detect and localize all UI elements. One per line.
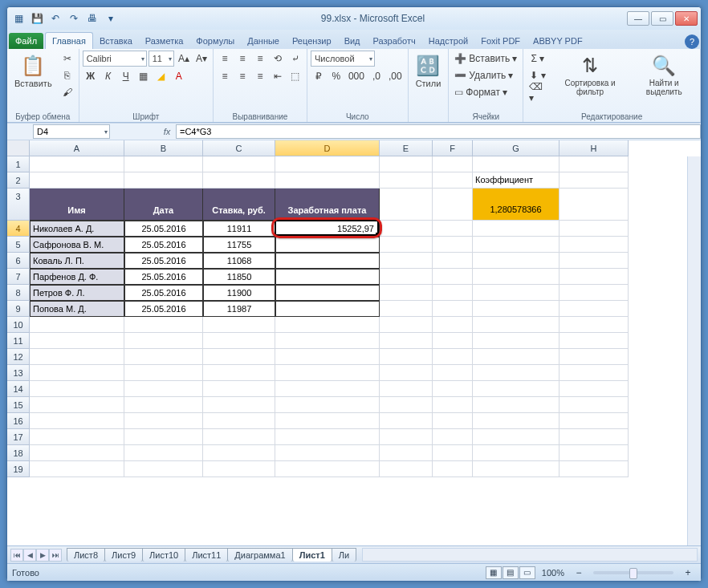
empty-cell[interactable] <box>203 317 275 333</box>
align-top-icon[interactable]: ≡ <box>217 51 233 67</box>
empty-cell[interactable] <box>559 285 629 301</box>
redo-icon[interactable]: ↷ <box>66 10 82 26</box>
empty-cell[interactable] <box>380 221 433 237</box>
empty-cell[interactable] <box>473 253 559 269</box>
empty-cell[interactable] <box>473 221 559 237</box>
tab-ABBYY PDF[interactable]: ABBYY PDF <box>527 33 589 49</box>
empty-cell[interactable] <box>473 365 559 381</box>
empty-cell[interactable] <box>559 189 629 221</box>
salary-cell[interactable] <box>275 253 380 269</box>
empty-cell[interactable] <box>380 253 433 269</box>
rate-cell[interactable]: 11911 <box>203 221 275 237</box>
comma-icon[interactable]: 000 <box>346 68 367 84</box>
empty-cell[interactable] <box>380 397 433 413</box>
name-box[interactable]: D4 <box>33 124 110 139</box>
help-icon[interactable]: ? <box>685 34 699 49</box>
empty-cell[interactable] <box>124 413 203 429</box>
empty-cell[interactable] <box>380 365 433 381</box>
italic-button[interactable]: К <box>100 68 116 84</box>
empty-cell[interactable] <box>30 445 124 461</box>
empty-cell[interactable] <box>380 349 433 365</box>
tab-Главная[interactable]: Главная <box>45 32 93 49</box>
name-cell[interactable]: Попова М. Д. <box>30 301 124 317</box>
empty-cell[interactable] <box>559 333 629 349</box>
number-format-combo[interactable]: Числовой <box>311 51 375 67</box>
wrap-text-icon[interactable]: ⤶ <box>287 51 303 67</box>
row-header-9[interactable]: 9 <box>7 301 30 317</box>
empty-cell[interactable] <box>380 189 433 221</box>
empty-cell[interactable] <box>203 156 275 172</box>
empty-cell[interactable] <box>473 237 559 253</box>
empty-cell[interactable] <box>433 413 473 429</box>
row-header-16[interactable]: 16 <box>7 413 30 429</box>
empty-cell[interactable] <box>124 381 203 397</box>
row-header-11[interactable]: 11 <box>7 333 30 349</box>
formula-input[interactable]: =C4*G3 <box>176 124 701 139</box>
dec-decimal-icon[interactable]: ,00 <box>386 68 405 84</box>
empty-cell[interactable] <box>380 445 433 461</box>
tab-Данные[interactable]: Данные <box>241 33 286 49</box>
row-header-3[interactable]: 3 <box>7 189 30 221</box>
find-select-button[interactable]: 🔍 Найти и выделить <box>632 51 698 99</box>
empty-cell[interactable] <box>559 221 629 237</box>
tab-Вид[interactable]: Вид <box>338 33 367 49</box>
delete-cells-button[interactable]: ➖ Удалить ▾ <box>452 67 519 83</box>
empty-cell[interactable] <box>380 429 433 445</box>
tab-Разработч[interactable]: Разработч <box>367 33 422 49</box>
empty-cell[interactable] <box>203 349 275 365</box>
empty-cell[interactable] <box>433 285 473 301</box>
shrink-font-icon[interactable]: A▾ <box>193 51 210 67</box>
rate-cell[interactable]: 11987 <box>203 301 275 317</box>
empty-cell[interactable] <box>380 237 433 253</box>
col-header-A[interactable]: A <box>30 140 124 156</box>
underline-button[interactable]: Ч <box>118 68 134 84</box>
empty-cell[interactable] <box>559 413 629 429</box>
row-header-2[interactable]: 2 <box>7 172 30 189</box>
empty-cell[interactable] <box>124 365 203 381</box>
empty-cell[interactable] <box>433 461 473 477</box>
row-header-15[interactable]: 15 <box>7 397 30 413</box>
col-header-D[interactable]: D <box>275 140 380 156</box>
sheet-tab-Лист10[interactable]: Лист10 <box>142 548 185 562</box>
empty-cell[interactable] <box>473 381 559 397</box>
tab-Формулы[interactable]: Формулы <box>189 33 241 49</box>
align-right-icon[interactable]: ≡ <box>252 68 268 84</box>
row-header-8[interactable]: 8 <box>7 285 30 301</box>
font-name-combo[interactable]: Calibri <box>83 51 147 67</box>
empty-cell[interactable] <box>275 381 380 397</box>
empty-cell[interactable] <box>473 269 559 285</box>
empty-cell[interactable] <box>559 156 629 172</box>
empty-cell[interactable] <box>473 333 559 349</box>
empty-cell[interactable] <box>124 156 203 172</box>
empty-cell[interactable] <box>433 221 473 237</box>
empty-cell[interactable] <box>433 301 473 317</box>
empty-cell[interactable] <box>433 189 473 221</box>
empty-cell[interactable] <box>380 172 433 189</box>
empty-cell[interactable] <box>433 397 473 413</box>
excel-icon[interactable]: ▦ <box>10 10 26 26</box>
zoom-in-icon[interactable]: + <box>680 565 696 581</box>
empty-cell[interactable] <box>473 461 559 477</box>
tab-Вставка[interactable]: Вставка <box>93 33 139 49</box>
insert-cells-button[interactable]: ➕ Вставить ▾ <box>452 51 519 67</box>
date-cell[interactable]: 25.05.2016 <box>124 285 203 301</box>
bold-button[interactable]: Ж <box>83 68 99 84</box>
empty-cell[interactable] <box>30 461 124 477</box>
empty-cell[interactable] <box>30 156 124 172</box>
row-header-6[interactable]: 6 <box>7 253 30 269</box>
currency-icon[interactable]: ₽ <box>311 68 327 84</box>
empty-cell[interactable] <box>473 445 559 461</box>
rate-cell[interactable]: 11068 <box>203 253 275 269</box>
empty-cell[interactable] <box>30 172 124 189</box>
inc-decimal-icon[interactable]: ,0 <box>368 68 385 84</box>
empty-cell[interactable] <box>275 333 380 349</box>
row-header-13[interactable]: 13 <box>7 365 30 381</box>
col-header-G[interactable]: G <box>473 140 559 156</box>
empty-cell[interactable] <box>473 397 559 413</box>
close-button[interactable]: ✕ <box>675 11 698 26</box>
empty-cell[interactable] <box>559 461 629 477</box>
coef-value[interactable]: 1,280578366 <box>473 189 559 221</box>
col-header-H[interactable]: H <box>559 140 629 156</box>
empty-cell[interactable] <box>380 333 433 349</box>
vertical-scrollbar[interactable] <box>687 156 701 545</box>
